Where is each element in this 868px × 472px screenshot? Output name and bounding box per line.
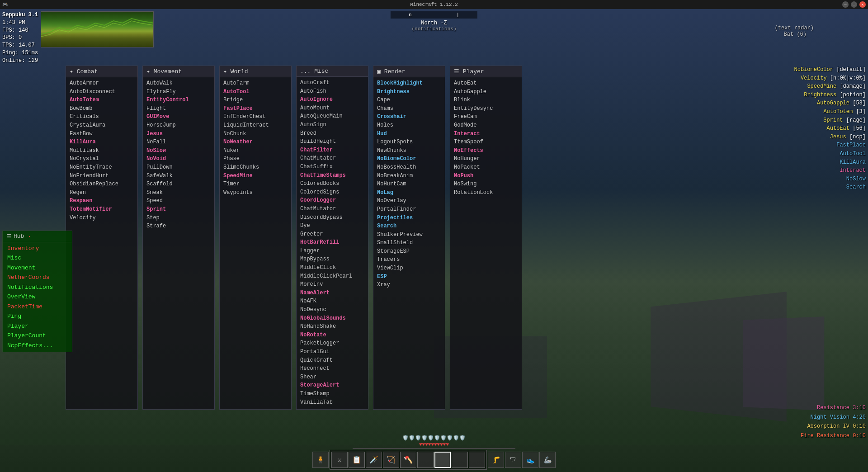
- module-noswing[interactable]: NoSwing: [454, 180, 518, 189]
- hub-sidebar[interactable]: ☰ Hub • InventoryMiscMovementNetherCoord…: [2, 231, 72, 353]
- module-nodesync[interactable]: NoDesync: [300, 306, 364, 314]
- module-scaffold[interactable]: Scaffold: [146, 180, 211, 189]
- module-autogapple[interactable]: AutoGapple: [454, 88, 518, 96]
- hotbar-slot-1[interactable]: ⚔️: [331, 452, 348, 468]
- module-projectiles[interactable]: Projectiles: [377, 214, 441, 222]
- module-holes[interactable]: Holes: [377, 121, 441, 130]
- module-namealert[interactable]: NameAlert: [300, 289, 364, 297]
- module-smallshield[interactable]: SmallShield: [377, 239, 441, 247]
- window-controls[interactable]: ─ □ ✕: [842, 1, 866, 8]
- hotbar-slot-9[interactable]: [469, 452, 485, 468]
- hotbar-slot-5[interactable]: 🪓: [400, 452, 416, 468]
- close-button[interactable]: ✕: [859, 1, 866, 8]
- module-shulkerpreview[interactable]: ShulkerPreview: [377, 231, 441, 239]
- module-fastplace[interactable]: FastPlace: [223, 104, 288, 113]
- module-coloredbooks[interactable]: ColoredBooks: [300, 179, 364, 188]
- module-godmode[interactable]: GodMode: [454, 121, 518, 130]
- module-entitycontrol[interactable]: EntityControl: [146, 96, 211, 104]
- module-blockhighlight[interactable]: BlockHighlight: [377, 79, 441, 88]
- module-step[interactable]: Step: [146, 214, 211, 222]
- module-elytrafly[interactable]: ElytraFly: [146, 88, 211, 96]
- module-tracers[interactable]: Tracers: [377, 255, 441, 264]
- hotbar-slot-8[interactable]: [452, 452, 468, 468]
- module-sneak[interactable]: Sneak: [146, 189, 211, 197]
- module-autowalk[interactable]: AutoWalk: [146, 79, 211, 88]
- minimize-button[interactable]: ─: [842, 1, 849, 8]
- module-nochunk[interactable]: NoChunk: [223, 130, 288, 138]
- module-quickcraft[interactable]: QuickCraft: [300, 356, 364, 365]
- module-portalgui[interactable]: PortalGui: [300, 348, 364, 356]
- module-velocity[interactable]: Velocity: [70, 214, 134, 222]
- module-noafk[interactable]: NoAFK: [300, 297, 364, 306]
- module-waypoints[interactable]: Waypoints: [223, 189, 288, 197]
- module-middleclickpearl[interactable]: MiddleClickPearl: [300, 272, 364, 281]
- module-multitask[interactable]: Multitask: [70, 146, 134, 155]
- module-autotool[interactable]: AutoTool: [223, 88, 288, 96]
- module-phase[interactable]: Phase: [223, 155, 288, 163]
- module-rotationlock[interactable]: RotationLock: [454, 189, 518, 197]
- hub-item-movement[interactable]: Movement: [3, 263, 72, 273]
- module-chatsuffix[interactable]: ChatSuffix: [300, 163, 364, 171]
- module-nobreakanim[interactable]: NoBreakAnim: [377, 172, 441, 180]
- module-autototem[interactable]: AutoTotem: [70, 96, 134, 104]
- module-breed[interactable]: Breed: [300, 129, 364, 138]
- hotbar-slot-6[interactable]: [417, 452, 434, 468]
- module-nooverlay[interactable]: NoOverlay: [377, 197, 441, 205]
- module-newchunks[interactable]: NewChunks: [377, 146, 441, 155]
- module-middleclick[interactable]: MiddleClick: [300, 264, 364, 272]
- hub-item-inventory[interactable]: Inventory: [3, 244, 72, 254]
- module-pulldown[interactable]: PullDown: [146, 163, 211, 172]
- module-nohurtcam[interactable]: NoHurtCam: [377, 180, 441, 189]
- module-cape[interactable]: Cape: [377, 96, 441, 104]
- hub-item-nethercoords[interactable]: NetherCoords: [3, 273, 72, 283]
- module-reconnect[interactable]: Reconnect: [300, 364, 364, 373]
- module-hud[interactable]: Hud: [377, 130, 441, 138]
- module-discordbypass[interactable]: DiscordBypass: [300, 213, 364, 222]
- module-novoid[interactable]: NoVoid: [146, 155, 211, 163]
- hub-item-ncpeffects...[interactable]: NcpEffects...: [3, 341, 72, 351]
- module-moreinv[interactable]: MoreInv: [300, 280, 364, 289]
- module-bridge[interactable]: Bridge: [223, 96, 288, 104]
- module-slimechunks[interactable]: SlimeChunks: [223, 163, 288, 172]
- module-esp[interactable]: ESP: [377, 273, 441, 281]
- module-speed[interactable]: Speed: [146, 197, 211, 205]
- module-logoutspots[interactable]: LogoutSpots: [377, 138, 441, 146]
- module-chattimestamps[interactable]: ChatTimeStamps: [300, 171, 364, 180]
- module-nohandshake[interactable]: NoHandShake: [300, 322, 364, 331]
- module-hotbarrefill[interactable]: HotBarRefill: [300, 238, 364, 247]
- module-brightness[interactable]: Brightness: [377, 88, 441, 96]
- module-nolag[interactable]: NoLag: [377, 189, 441, 197]
- module-nobiomecolor[interactable]: NoBiomeColor: [377, 155, 441, 163]
- maximize-button[interactable]: □: [851, 1, 857, 8]
- module-autoarmor[interactable]: AutoArmor: [70, 79, 134, 88]
- module-coordlogger[interactable]: CoordLogger: [300, 196, 364, 205]
- module-autosign[interactable]: AutoSign: [300, 121, 364, 129]
- module-timestamp[interactable]: TimeStamp: [300, 390, 364, 398]
- module-noglobalsounds[interactable]: NoGlobalSounds: [300, 314, 364, 323]
- hotbar-slot-4[interactable]: 🏹: [383, 452, 399, 468]
- module-interact[interactable]: Interact: [454, 130, 518, 138]
- module-regen[interactable]: Regen: [70, 189, 134, 197]
- module-autoeat[interactable]: AutoEat: [454, 79, 518, 88]
- module-noentitytrace[interactable]: NoEntityTrace: [70, 163, 134, 172]
- module-speedmine[interactable]: SpeedMine: [223, 172, 288, 180]
- module-coloredsigns[interactable]: ColoredSigns: [300, 188, 364, 197]
- module-nofriendhurt[interactable]: NoFriendHurt: [70, 172, 134, 180]
- module-vanillatab[interactable]: VanillaTab: [300, 398, 364, 407]
- hub-item-overview[interactable]: OverView: [3, 292, 72, 302]
- hotbar-slot-7[interactable]: [434, 452, 451, 468]
- module-greeter[interactable]: Greeter: [300, 230, 364, 239]
- hotbar-slot-2[interactable]: 📋: [349, 452, 365, 468]
- module-nopush[interactable]: NoPush: [454, 172, 518, 180]
- module-horsejump[interactable]: HorseJump: [146, 121, 211, 130]
- hub-item-notifications[interactable]: Notifications: [3, 283, 72, 293]
- module-packetlogger[interactable]: PacketLogger: [300, 339, 364, 348]
- module-fastbow[interactable]: FastBow: [70, 130, 134, 138]
- module-search[interactable]: Search: [377, 222, 441, 231]
- module-sprint[interactable]: Sprint: [146, 205, 211, 214]
- module-dye[interactable]: Dye: [300, 222, 364, 230]
- module-liquidinteract[interactable]: LiquidInteract: [223, 121, 288, 130]
- module-storagealert[interactable]: StorageAlert: [300, 381, 364, 390]
- module-autoqueuemain[interactable]: AutoQueueMain: [300, 112, 364, 121]
- module-jesus[interactable]: Jesus: [146, 130, 211, 138]
